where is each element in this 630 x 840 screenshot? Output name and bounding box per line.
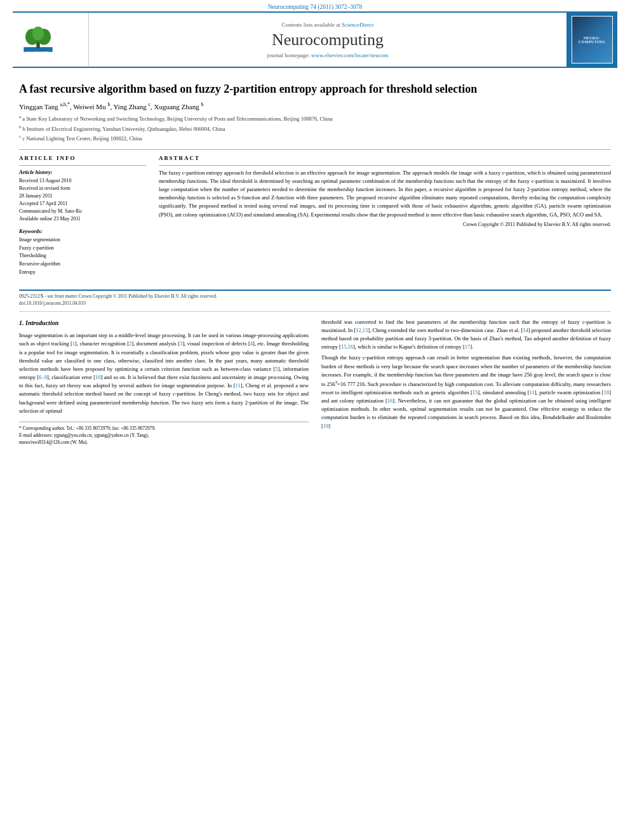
sciencedirect-link[interactable]: ScienceDirect (342, 22, 373, 28)
ref-2[interactable]: 2 (129, 340, 131, 347)
received-revised-label: Received in revised form (19, 185, 146, 192)
affiliation-b: b b Institute of Electrical Engineering,… (19, 124, 611, 133)
header-section: ELSEVIER Contents lists available at Sci… (13, 11, 617, 68)
ref-6-9[interactable]: 6–9 (39, 374, 47, 380)
page-wrapper: Neurocomputing 74 (2011) 3072–3078 ELSEV (0, 0, 630, 446)
doi-line: doi:10.1016/j.neucom.2011.04.010 (19, 300, 611, 306)
contents-available-line: Contents lists available at ScienceDirec… (282, 22, 374, 28)
ref-15-16[interactable]: 15,16 (341, 343, 353, 350)
body-two-columns: 1. Introduction Image segmentation is an… (19, 318, 611, 446)
ref-19[interactable]: 19 (323, 423, 329, 429)
body-col-right: threshold was converted to find the best… (321, 318, 611, 446)
elsevier-logo: ELSEVIER (19, 24, 57, 56)
affiliations: a a State Key Laboratory of Networking a… (19, 114, 611, 143)
ref-17[interactable]: 17 (465, 343, 471, 350)
footnote-corresponding: * Corresponding author. Tel.: +86 335 80… (19, 425, 309, 432)
abstract-label: ABSTRACT (159, 155, 611, 161)
svg-point-5 (32, 26, 44, 40)
journal-title: Neurocomputing (272, 30, 384, 50)
abstract-text: The fuzzy c-partition entropy approach f… (159, 169, 611, 219)
affiliation-c: c c National Lighting Test Center, Beiji… (19, 133, 611, 143)
article-info-label: ARTICLE INFO (19, 155, 146, 161)
ref-10[interactable]: 10 (95, 374, 101, 380)
footnote-email: E-mail addresses: ygtang@ysu.edu.cn, ygt… (19, 432, 309, 439)
divider-1 (19, 149, 611, 150)
body-divider (19, 311, 611, 312)
ref-1[interactable]: 1 (72, 340, 75, 347)
received-revised-date: 28 January 2011 (19, 192, 146, 200)
keyword-2: Fuzzy c-partition (19, 244, 146, 253)
available-online: Available online 23 May 2011 (19, 215, 146, 223)
abstract-column: ABSTRACT The fuzzy c-partition entropy a… (159, 155, 611, 277)
section-title: Introduction (25, 319, 58, 326)
ref-15b[interactable]: 15 (473, 389, 478, 396)
issn-line: 0925-2312/$ - see front matter Crown Cop… (19, 293, 217, 299)
keyword-4: Recursive algorithm (19, 260, 146, 269)
keyword-3: Thresholding (19, 252, 146, 260)
keywords-section: Keywords: Image segmentation Fuzzy c-par… (19, 228, 146, 277)
ref-11[interactable]: 11 (236, 382, 241, 389)
accepted-date: Accepted 17 April 2011 (19, 200, 146, 208)
ref-12-13[interactable]: 12,13 (356, 327, 368, 333)
journal-homepage-link[interactable]: www.elsevier.com/locate/neucom (311, 52, 388, 58)
cover-text: NEURO-COMPUTING (579, 36, 606, 44)
article-info-column: ARTICLE INFO Article history: Received 1… (19, 155, 146, 277)
ref-11b[interactable]: 11 (530, 389, 535, 396)
header-center: Contents lists available at ScienceDirec… (89, 13, 566, 67)
paper-title: A fast recursive algorithm based on fuzz… (19, 82, 611, 97)
homepage-line: journal homepage: www.elsevier.com/locat… (267, 52, 389, 58)
paper-authors: Yinggan Tang a,b,*, Weiwei Mu b, Ying Zh… (19, 102, 611, 110)
ref-18[interactable]: 18 (604, 389, 610, 396)
ref-14[interactable]: 14 (523, 327, 528, 333)
footnote-email2: muweiwei8314@126.com (W. Mu). (19, 439, 309, 446)
article-history-title: Article history: (19, 169, 146, 175)
journal-top-bar: Neurocomputing 74 (2011) 3072–3078 (0, 0, 630, 11)
ref-3[interactable]: 3 (180, 340, 182, 347)
journal-citation: Neurocomputing 74 (2011) 3072–3078 (268, 4, 363, 10)
journal-cover-thumbnail: NEURO-COMPUTING (572, 16, 613, 63)
ref-4[interactable]: 4 (250, 340, 253, 347)
elsevier-tree-icon: ELSEVIER (19, 24, 57, 56)
article-info-box: Article history: Received 13 August 2010… (19, 165, 146, 277)
keyword-1: Image segmentation (19, 236, 146, 244)
intro-paragraph-3: Though the fuzzy c-partition entropy app… (321, 354, 611, 430)
svg-text:ELSEVIER: ELSEVIER (27, 51, 49, 55)
header-right: NEURO-COMPUTING (566, 13, 617, 67)
copyright-line: Crown Copyright © 2011 Published by Else… (159, 222, 611, 227)
paper-content: A fast recursive algorithm based on fuzz… (19, 68, 611, 283)
footnote-area: * Corresponding author. Tel.: +86 335 80… (19, 422, 309, 446)
keyword-5: Entropy (19, 269, 146, 277)
ref-16b[interactable]: 16 (387, 397, 393, 404)
communicated-by: Communicated by M. Sato-Ilic (19, 208, 146, 215)
header-left: ELSEVIER (13, 13, 89, 67)
bottom-bar: 0925-2312/$ - see front matter Crown Cop… (19, 290, 611, 299)
abstract-box: The fuzzy c-partition entropy approach f… (159, 165, 611, 227)
intro-paragraph-1: Image segmentation is an important step … (19, 331, 309, 415)
intro-paragraph-2: threshold was converted to find the best… (321, 318, 611, 352)
section-number: 1. (19, 319, 24, 326)
ref-5[interactable]: 5 (275, 366, 278, 372)
affiliation-a: a a State Key Laboratory of Networking a… (19, 114, 611, 123)
article-info-abstract-columns: ARTICLE INFO Article history: Received 1… (19, 155, 611, 277)
body-col-left: 1. Introduction Image segmentation is an… (19, 318, 309, 446)
keywords-title: Keywords: (19, 228, 146, 234)
received-date: Received 13 August 2010 (19, 177, 146, 185)
section-1-header: 1. Introduction (19, 318, 309, 328)
